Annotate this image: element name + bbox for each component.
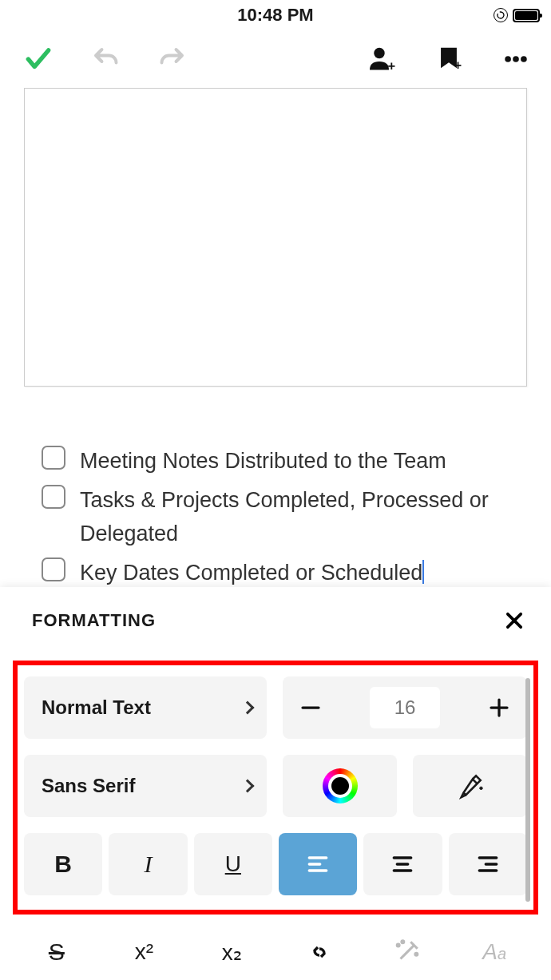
formatting-controls-highlight: Normal Text 16 Sans Serif [13,661,538,915]
font-size-stepper: 16 [283,676,527,739]
text-cursor [422,560,424,584]
undo-button[interactable] [89,43,121,75]
tag-button[interactable]: + [433,43,465,75]
checkbox[interactable] [42,446,65,470]
text-style-label: Normal Text [42,696,151,719]
underline-label: U [225,851,241,877]
status-right [494,8,540,22]
status-bar: 10:48 PM [0,0,551,30]
scroll-indicator[interactable] [525,678,530,902]
clear-formatting-button[interactable]: Aa [454,924,535,980]
italic-label: I [144,851,152,878]
strikethrough-button[interactable]: S [16,924,97,980]
svg-point-6 [397,944,399,946]
bold-button[interactable]: B [24,833,102,895]
underline-button[interactable]: U [194,833,272,895]
attachment-placeholder[interactable] [24,88,527,387]
superscript-button[interactable]: x² [104,924,185,980]
share-user-button[interactable]: + [366,43,398,75]
text-style-selector[interactable]: Normal Text [24,676,267,739]
decrease-size-button[interactable] [299,696,323,720]
svg-point-7 [401,941,403,943]
font-family-selector[interactable]: Sans Serif [24,755,267,817]
font-size-value[interactable]: 16 [370,687,440,728]
svg-point-8 [414,953,417,955]
checklist: Meeting Notes Distributed to the Team Ta… [24,444,527,590]
highlight-color-button[interactable] [413,755,527,817]
svg-point-4 [513,56,519,62]
subscript-label: x₂ [222,939,242,966]
close-button[interactable] [498,605,530,637]
svg-text:+: + [454,58,462,72]
more-button[interactable] [500,43,532,75]
svg-point-3 [505,56,511,62]
color-wheel-icon [323,768,358,803]
magic-format-button[interactable] [367,924,448,980]
align-left-button[interactable] [279,833,357,895]
orientation-lock-icon [494,8,508,22]
checklist-item[interactable]: Key Dates Completed or Scheduled [42,556,509,590]
formatting-row-2: S x² x₂ Aa [0,915,551,980]
checklist-item-label: Key Dates Completed or Scheduled [80,561,422,585]
checklist-item-text[interactable]: Meeting Notes Distributed to the Team [80,444,446,478]
svg-text:+: + [388,58,396,73]
note-body[interactable]: Meeting Notes Distributed to the Team Ta… [0,88,551,590]
checklist-item-text[interactable]: Tasks & Projects Completed, Processed or… [80,483,509,551]
italic-button[interactable]: I [109,833,187,895]
chevron-right-icon [241,780,255,793]
svg-point-5 [521,56,527,62]
increase-size-button[interactable] [487,696,511,720]
checkbox[interactable] [42,485,65,509]
svg-point-0 [374,48,385,59]
editor-toolbar: + + [0,30,551,88]
font-family-label: Sans Serif [42,775,135,797]
bold-label: B [54,851,72,878]
align-center-button[interactable] [363,833,442,895]
done-button[interactable] [22,43,54,75]
checklist-item-text[interactable]: Key Dates Completed or Scheduled [80,556,424,590]
align-right-button[interactable] [449,833,527,895]
subscript-button[interactable]: x₂ [191,924,272,980]
status-time: 10:48 PM [237,5,313,26]
chevron-right-icon [241,701,255,715]
text-color-button[interactable] [283,755,397,817]
strike-label: S [49,938,65,966]
link-button[interactable] [279,924,360,980]
panel-title: FORMATTING [32,610,156,631]
checklist-item[interactable]: Tasks & Projects Completed, Processed or… [42,483,509,551]
superscript-label: x² [135,939,153,965]
checklist-item[interactable]: Meeting Notes Distributed to the Team [42,444,509,478]
formatting-panel: FORMATTING Normal Text 16 Sa [0,587,551,980]
redo-button[interactable] [157,43,188,75]
checkbox[interactable] [42,557,65,581]
clear-format-icon: Aa [482,939,506,965]
battery-icon [513,9,540,22]
